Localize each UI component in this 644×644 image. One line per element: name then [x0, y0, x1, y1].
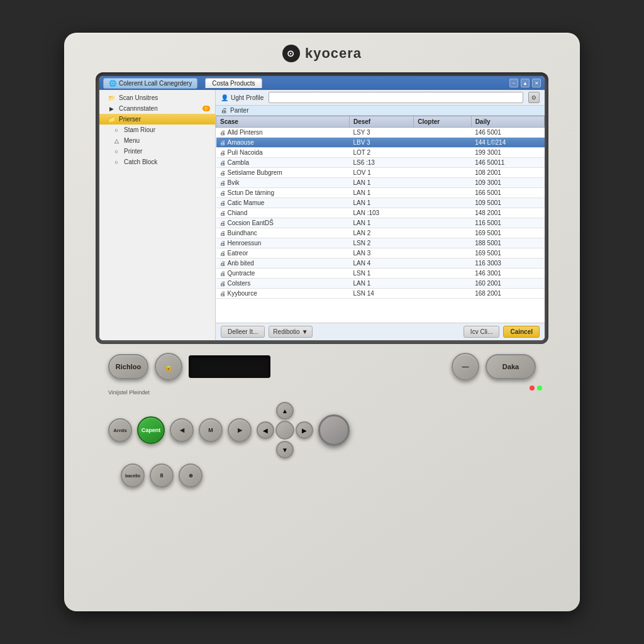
table-row[interactable]: 🖨Alld PintersnLSY 3146 5001: [216, 128, 545, 138]
table-row[interactable]: 🖨QuntracteLSN 1146 3001: [216, 269, 545, 279]
search-icon: ⊙: [531, 94, 536, 101]
redibotio-dropdown[interactable]: Redibotio ▼: [269, 326, 312, 338]
arrds-button[interactable]: Arrds: [108, 418, 132, 442]
sidebar-label-catch: Catch Block: [124, 158, 157, 165]
row-icon: 🖨: [220, 230, 226, 236]
arrds-label: Arrds: [113, 428, 126, 433]
richloo-label: Richloo: [116, 363, 141, 370]
nav-down-button[interactable]: ▼: [276, 441, 294, 458]
row-icon: 🖨: [220, 170, 226, 176]
sidebar-item-printer[interactable]: ○ Printer: [99, 146, 215, 157]
dial-button[interactable]: [318, 414, 350, 446]
triangle-icon-menu: △: [112, 138, 121, 144]
sidebar-item-scan-unsitres[interactable]: 📁 Scan Unsitres: [99, 92, 215, 103]
cell-desef: LAN 1: [349, 218, 413, 228]
cell-desef: LAN 3: [349, 248, 413, 258]
nav-cluster-left-button[interactable]: ◀: [257, 421, 274, 439]
caincel-button[interactable]: Caincel: [503, 326, 540, 338]
table-row[interactable]: 🖨Catic MamueLAN 1109 5001: [216, 198, 545, 208]
cell-desef: LAN 4: [349, 258, 413, 269]
sidebar-item-ccannnstaten[interactable]: ▶ Ccannnstaten 0: [99, 103, 215, 114]
titlebar-left-panel[interactable]: 🌐 Colerent Lcall Canegrdery: [103, 78, 197, 89]
extra-btn1[interactable]: ⊕: [179, 464, 203, 487]
bacello-button[interactable]: bacello: [121, 464, 145, 487]
table-row[interactable]: 🖨AmaouseLBV 3144 L©214: [216, 138, 545, 148]
nav-left-button[interactable]: ◀: [170, 418, 194, 442]
circle-icon-stam: ○: [112, 127, 121, 133]
panter-row: 🖨 Panter: [216, 106, 545, 116]
cell-clopter: [414, 128, 471, 138]
cell-clopter: [414, 178, 471, 188]
capent-button[interactable]: Capent: [137, 416, 165, 444]
cell-clopter: [414, 289, 471, 299]
row-icon: 🖨: [220, 250, 226, 257]
cell-desef: LOT 2: [349, 148, 413, 158]
richloo-button[interactable]: Richloo: [108, 354, 148, 379]
search-button[interactable]: ⊙: [528, 92, 540, 103]
table-row[interactable]: 🖨KyybourceLSN 14168 2001: [216, 289, 545, 299]
table-row[interactable]: 🖨Cocsion EantDŜLAN 1116 5001: [216, 218, 545, 228]
table-row[interactable]: 🖨BuindhancLAN 2169 5001: [216, 228, 545, 238]
sidebar-item-menu[interactable]: △ Menu: [99, 135, 215, 146]
table-row[interactable]: 🖨Anb bitedLAN 4116 3003: [216, 258, 545, 269]
nav-cluster-right-button[interactable]: ▶: [296, 421, 313, 439]
table-row[interactable]: 🖨BvikLAN 1109 3001: [216, 178, 545, 188]
cell-daily: 144 L©214: [471, 138, 544, 148]
table-row[interactable]: 🖨Puli NacoidaLOT 2199 3001: [216, 148, 545, 158]
cell-daily: 148 2001: [471, 208, 544, 218]
sidebar-item-stam[interactable]: ○ Stam Riour: [99, 125, 215, 135]
minus-icon: —: [462, 363, 469, 370]
table-row[interactable]: 🖨Setislame BubgremLOV 1108 2001: [216, 168, 545, 178]
num8-button[interactable]: 8: [150, 464, 174, 487]
titlebar-left-label: Colerent Lcall Canegrdery: [119, 80, 192, 87]
controls-row2: Arrds Capent ◀ M ▶ ▲ ▼: [96, 402, 548, 458]
sidebar-item-prierser[interactable]: 📁 Prierser: [99, 114, 215, 125]
close-button[interactable]: ✕: [532, 79, 541, 87]
cell-desef: LSY 3: [349, 128, 413, 138]
screen-body: 📁 Scan Unsitres ▶ Ccannnstaten 0 📁 Prier…: [99, 90, 545, 340]
cell-desef: LAN 1: [349, 188, 413, 198]
cell-daily: 116 3003: [471, 258, 544, 269]
dropdown-arrow-icon: ▼: [302, 328, 308, 335]
table-row[interactable]: 🖨ChiandLAN :103148 2001: [216, 208, 545, 218]
cell-clopter: [414, 168, 471, 178]
delleer-button[interactable]: Delleer It...: [221, 326, 265, 338]
daka-button[interactable]: Daka: [486, 354, 536, 379]
row-icon: 🖨: [220, 180, 226, 186]
cell-desef: LAN 1: [349, 178, 413, 188]
nav-up-button[interactable]: ▲: [276, 402, 294, 419]
table-row[interactable]: 🖨Sctun De tárningLAN 1166 5001: [216, 188, 545, 198]
cell-daily: 169 5001: [471, 228, 544, 238]
row-icon: 🖨: [220, 280, 226, 287]
icv-cli-button[interactable]: Icv Cli...: [464, 326, 500, 338]
table-row[interactable]: 🖨EatreorLAN 3169 5001: [216, 248, 545, 258]
profile-icon: 👤: [221, 94, 228, 101]
table-row[interactable]: 🖨CamblaLS6 :13146 50011: [216, 158, 545, 168]
cell-daily: 168 2001: [471, 289, 544, 299]
row-icon: 🖨: [220, 260, 226, 267]
circle-icon-printer: ○: [112, 148, 121, 155]
sidebar-label-printer: Printer: [124, 148, 142, 155]
sidebar-item-catch-block[interactable]: ○ Catch Block: [99, 157, 215, 167]
cell-daily: 160 2001: [471, 279, 544, 289]
folder-selected-icon: 📁: [107, 116, 116, 123]
pin-button[interactable]: ▲: [521, 79, 530, 87]
cell-daily: 188 5001: [471, 238, 544, 248]
nav-right-button[interactable]: ▶: [228, 418, 252, 442]
cell-daily: 169 5001: [471, 248, 544, 258]
titlebar-tab[interactable]: Costa Products: [205, 78, 262, 88]
minus-button[interactable]: —: [452, 353, 479, 380]
minimize-button[interactable]: −: [509, 79, 518, 87]
sidebar: 📁 Scan Unsitres ▶ Ccannnstaten 0 📁 Prier…: [99, 90, 216, 340]
m-button[interactable]: M: [199, 418, 223, 442]
search-input[interactable]: [269, 92, 523, 103]
brand-bar: ⊙ kyocera: [74, 42, 570, 67]
table-row[interactable]: 🖨ColstersLAN 1160 2001: [216, 279, 545, 289]
table-row[interactable]: 🖨HenroessunLSN 2188 5001: [216, 238, 545, 248]
controls-row1: Richloo 🔒 — Daka: [96, 353, 548, 380]
sidebar-label-stam: Stam Riour: [124, 126, 155, 133]
nav-center-button[interactable]: [275, 421, 294, 440]
cell-clopter: [414, 198, 471, 208]
panter-icon: 🖨: [221, 107, 227, 114]
lock-button[interactable]: 🔒: [155, 353, 182, 380]
